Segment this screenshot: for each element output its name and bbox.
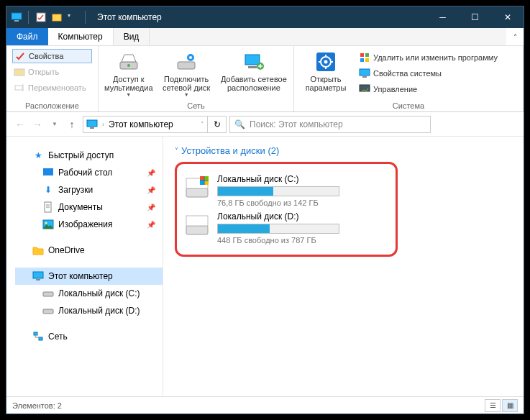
pin-icon: 📌	[147, 186, 155, 194]
nav-drive-d[interactable]: Локальный диск (D:)	[15, 302, 163, 319]
chevron-down-icon: ˅	[175, 147, 178, 155]
svg-rect-31	[43, 168, 53, 175]
chevron-down-icon: ▼	[126, 92, 131, 98]
nav-drive-c[interactable]: Локальный диск (C:)	[15, 285, 163, 302]
svg-rect-38	[36, 279, 40, 280]
svg-rect-47	[205, 176, 209, 181]
svg-rect-0	[12, 13, 22, 19]
svg-rect-12	[245, 55, 260, 65]
nav-desktop[interactable]: Рабочий стол 📌	[15, 164, 163, 181]
desktop-icon	[42, 167, 54, 178]
address-segment[interactable]: Этот компьютер	[109, 119, 173, 129]
svg-rect-42	[39, 337, 42, 340]
settings-gear-icon	[314, 50, 337, 73]
nav-pictures[interactable]: Изображения 📌	[15, 216, 163, 233]
drive-free-text: 76,8 ГБ свободно из 142 ГБ	[217, 198, 388, 207]
drive-name: Локальный диск (C:)	[217, 174, 388, 184]
ribbon-group-network: Сеть	[104, 101, 288, 110]
svg-rect-46	[200, 176, 204, 181]
svg-rect-48	[200, 181, 204, 186]
svg-rect-29	[87, 120, 97, 127]
drive-usage-bar	[217, 186, 339, 196]
media-access-button[interactable]: Доступ к мультимедиа ▼	[104, 49, 153, 98]
open-button[interactable]: Открыть	[12, 65, 92, 79]
network-icon	[32, 331, 44, 342]
qat-dropdown-icon[interactable]: ▾	[68, 12, 78, 22]
pin-icon: 📌	[147, 204, 155, 211]
ribbon-collapse-button[interactable]: ˄	[506, 28, 524, 45]
qat-new-folder-icon[interactable]	[52, 12, 62, 22]
svg-rect-4	[14, 69, 24, 76]
nav-forward-button[interactable]: →	[29, 117, 45, 132]
media-icon	[117, 50, 140, 73]
svg-rect-43	[186, 188, 208, 197]
nav-onedrive[interactable]: OneDrive	[15, 242, 163, 259]
tab-view[interactable]: Вид	[114, 28, 150, 45]
nav-network[interactable]: Сеть	[15, 328, 163, 345]
rename-button[interactable]: Переименовать	[12, 81, 92, 95]
drive-icon	[42, 288, 54, 299]
system-icon	[359, 68, 370, 79]
properties-button[interactable]: Свойства	[12, 49, 92, 63]
svg-rect-3	[52, 14, 61, 21]
svg-rect-39	[43, 292, 53, 296]
svg-rect-13	[248, 66, 257, 68]
content-pane: ˅ Устройства и диски (2) Локальный диск …	[163, 137, 524, 396]
manage-button[interactable]: Управление	[357, 82, 499, 96]
minimize-button[interactable]: ─	[426, 6, 459, 28]
drive-icon	[42, 305, 54, 316]
drive-c-icon	[184, 174, 210, 200]
tab-computer[interactable]: Компьютер	[48, 28, 114, 45]
nav-quick-access[interactable]: ★ Быстрый доступ	[15, 147, 163, 164]
svg-rect-40	[43, 309, 53, 314]
devices-section-header[interactable]: ˅ Устройства и диски (2)	[175, 145, 512, 156]
map-drive-button[interactable]: Подключить сетевой диск ▼	[159, 49, 214, 98]
open-settings-button[interactable]: Открыть параметры	[300, 49, 352, 92]
nav-this-pc[interactable]: Этот компьютер	[15, 268, 163, 285]
add-network-location-button[interactable]: Добавить сетевое расположение	[220, 49, 288, 92]
maximize-button[interactable]: ☐	[459, 6, 491, 28]
drive-d-icon	[184, 211, 210, 237]
drive-usage-fill	[218, 187, 273, 196]
uninstall-programs-button[interactable]: Удалить или изменить программу	[357, 50, 499, 65]
nav-history-button[interactable]: ▼	[47, 117, 63, 132]
refresh-button[interactable]: ↻	[208, 116, 227, 133]
close-button[interactable]: ✕	[491, 6, 524, 28]
annotation-highlight: Локальный диск (C:) 76,8 ГБ свободно из …	[175, 162, 398, 257]
network-location-icon	[242, 50, 265, 73]
view-tiles-button[interactable]: ▦	[502, 399, 518, 412]
svg-rect-26	[360, 69, 370, 76]
drive-item[interactable]: Локальный диск (C:) 76,8 ГБ свободно из …	[184, 174, 388, 207]
file-menu[interactable]: Файл	[6, 28, 48, 45]
svg-rect-22	[360, 53, 364, 57]
svg-rect-41	[34, 332, 37, 335]
svg-point-8	[127, 64, 130, 67]
navigation-pane: ★ Быстрый доступ Рабочий стол 📌 ⬇ Загруз…	[6, 137, 163, 396]
qat-properties-icon[interactable]	[36, 12, 46, 22]
svg-rect-24	[360, 58, 364, 62]
svg-rect-51	[186, 216, 208, 226]
manage-icon	[359, 83, 370, 95]
nav-back-button[interactable]: ←	[12, 117, 28, 132]
window-title: Этот компьютер	[93, 12, 426, 22]
chevron-down-icon[interactable]: ˅	[201, 121, 204, 128]
pin-icon: 📌	[147, 169, 155, 177]
star-icon: ★	[32, 150, 44, 161]
view-details-button[interactable]: ☰	[485, 399, 501, 412]
drive-free-text: 448 ГБ свободно из 787 ГБ	[217, 236, 388, 245]
svg-point-11	[189, 56, 192, 59]
drive-item[interactable]: Локальный диск (D:) 448 ГБ свободно из 7…	[184, 211, 388, 245]
status-bar: Элементов: 2 ☰ ▦	[6, 396, 524, 414]
address-input[interactable]: › Этот компьютер ˅	[83, 116, 208, 133]
system-properties-button[interactable]: Свойства системы	[357, 66, 499, 81]
this-pc-icon	[32, 270, 44, 282]
checkmark-icon	[14, 50, 26, 62]
nav-documents[interactable]: Документы 📌	[15, 198, 163, 216]
explorer-window: ▾ Этот компьютер ─ ☐ ✕ Файл Компьютер Ви…	[6, 6, 524, 414]
nav-downloads[interactable]: ⬇ Загрузки 📌	[15, 181, 163, 198]
programs-icon	[359, 52, 370, 63]
svg-point-17	[324, 60, 328, 64]
search-input[interactable]: 🔍 Поиск: Этот компьютер	[229, 116, 431, 133]
folder-icon	[32, 245, 44, 256]
nav-up-button[interactable]: ↑	[64, 117, 80, 132]
